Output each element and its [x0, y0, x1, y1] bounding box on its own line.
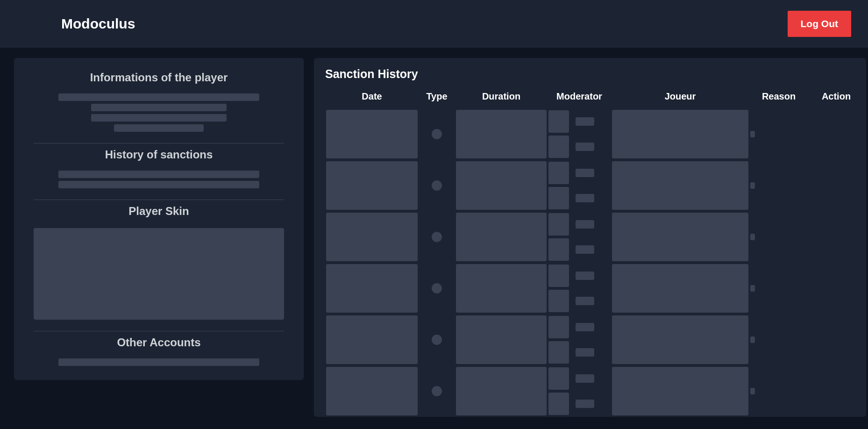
column-header-type: Type: [419, 91, 455, 108]
skeleton-cell: [548, 367, 610, 415]
skeleton-cell: [456, 213, 547, 261]
app-title: Modoculus: [61, 16, 135, 32]
column-header-duration: Duration: [455, 91, 548, 108]
main-title: Sanction History: [325, 67, 864, 81]
skeleton-cell: [750, 234, 755, 240]
skeleton-cell: [548, 213, 610, 261]
other-accounts-title: Other Accounts: [34, 331, 284, 356]
skeleton-cell: [612, 264, 748, 313]
skeleton-cell: [432, 335, 442, 345]
skeleton-cell: [612, 315, 748, 364]
skeleton-cell: [750, 285, 755, 292]
column-header-action: Action: [808, 91, 864, 108]
skeleton-cell: [326, 264, 418, 313]
player-info-skeleton-line: [91, 114, 227, 122]
table-row: [325, 263, 864, 314]
main-panel: Sanction History Date Type Duration Mode…: [314, 58, 866, 417]
skeleton-cell: [548, 110, 610, 158]
skeleton-cell: [456, 315, 547, 364]
skeleton-cell: [326, 110, 418, 158]
column-header-date: Date: [325, 91, 419, 108]
skeleton-cell: [432, 386, 442, 396]
player-info-skeleton-line: [91, 104, 227, 111]
player-skin-title: Player Skin: [34, 200, 284, 224]
player-info-skeleton-line: [114, 124, 204, 132]
table-row: [325, 365, 864, 417]
skeleton-cell: [326, 315, 418, 364]
skeleton-cell: [326, 367, 418, 415]
sanction-history-title: History of sanctions: [34, 143, 284, 168]
column-header-reason: Reason: [749, 91, 808, 108]
table-row: [325, 108, 864, 160]
skeleton-cell: [432, 283, 442, 293]
skeleton-cell: [326, 161, 418, 210]
skeleton-cell: [456, 367, 547, 415]
skeleton-cell: [548, 316, 610, 364]
column-header-joueur: Joueur: [611, 91, 749, 108]
skeleton-cell: [612, 213, 748, 261]
sanction-history-skeleton-line: [58, 181, 259, 188]
skeleton-cell: [548, 162, 610, 209]
skeleton-cell: [750, 388, 755, 394]
player-info-skeleton-line: [58, 93, 259, 101]
skeleton-cell: [548, 265, 610, 312]
other-accounts-skeleton-line: [58, 358, 259, 366]
skeleton-cell: [456, 110, 547, 158]
player-skin-skeleton: [34, 228, 284, 320]
player-info-title: Informations of the player: [34, 66, 284, 91]
skeleton-cell: [456, 161, 547, 210]
sanction-table: Date Type Duration Moderator Joueur Reas…: [325, 91, 864, 417]
skeleton-cell: [612, 367, 748, 415]
sidebar: Informations of the player History of sa…: [14, 58, 304, 417]
skeleton-cell: [432, 180, 442, 191]
table-row: [325, 160, 864, 211]
skeleton-cell: [326, 213, 418, 261]
skeleton-cell: [750, 182, 755, 189]
content-area: Informations of the player History of sa…: [0, 48, 868, 427]
sanction-history-skeleton-line: [58, 171, 259, 178]
table-row: [325, 211, 864, 263]
app-header: Modoculus Log Out: [0, 0, 868, 48]
player-info-card: Informations of the player History of sa…: [14, 58, 304, 380]
skeleton-cell: [456, 264, 547, 313]
column-header-moderator: Moderator: [548, 91, 611, 108]
table-row: [325, 314, 864, 365]
skeleton-cell: [432, 129, 442, 139]
skeleton-cell: [432, 232, 442, 242]
skeleton-cell: [750, 336, 755, 343]
skeleton-cell: [612, 110, 748, 158]
skeleton-cell: [750, 131, 755, 137]
skeleton-cell: [612, 161, 748, 210]
logout-button[interactable]: Log Out: [788, 11, 851, 37]
